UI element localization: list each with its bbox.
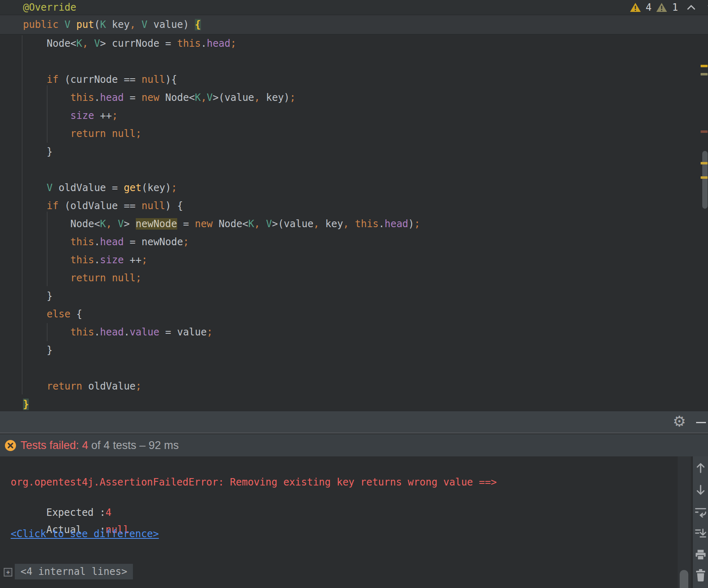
console-scrollbar-track[interactable] [678,456,691,588]
code-line[interactable]: } [0,143,697,161]
ide-window: @Override 4 1 [0,0,708,588]
actual-line: Actual :null [11,510,129,523]
editor-line-annotation[interactable]: @Override 4 1 [0,0,708,15]
code-line[interactable]: this.size ++; [0,251,697,269]
code-line[interactable]: } [0,287,697,305]
code-line[interactable] [0,161,697,179]
assertion-error-line[interactable]: org.opentest4j.AssertionFailedError: Rem… [11,476,497,489]
chevron-up-icon[interactable] [685,4,697,11]
code-line[interactable] [0,359,697,377]
code-line[interactable]: if (currNode == null){ [0,71,697,89]
inspection-widget[interactable]: 4 1 [630,0,708,15]
chevron-down-icon[interactable] [706,4,708,11]
test-status-bar: Tests failed: 4 of 4 tests – 92 ms [0,434,708,456]
editor-scrollbar-thumb[interactable] [702,151,708,209]
arrow-down-icon[interactable] [695,484,706,496]
minimize-icon[interactable] [696,422,706,423]
console-toolbar [692,456,708,588]
stripe-weak-warning-mark[interactable] [701,73,708,75]
settings-gear-icon[interactable]: ⚙ [673,413,686,430]
folded-internal-lines[interactable]: <4 internal lines> [15,564,133,579]
code-line[interactable]: return null; [0,269,697,287]
warning-count[interactable]: 4 [646,2,651,13]
code-line[interactable]: return oldValue; [0,377,697,395]
method-signature-text: public V put(K key, V value) { [23,15,201,34]
expand-fold-icon[interactable]: + [4,568,12,577]
test-panel-toolbar: ⚙ [0,411,708,433]
trash-icon[interactable] [695,570,706,581]
soft-wrap-icon[interactable] [695,506,706,518]
test-status-text: Tests failed: 4 of 4 tests – 92 ms [21,434,179,456]
tests-failed-label: Tests failed: 4 [21,439,88,451]
code-line[interactable]: this.head = new Node<K,V>(value, key); [0,89,697,107]
scroll-to-end-icon[interactable] [695,528,706,539]
code-line[interactable]: this.head.value = value; [0,323,697,341]
stripe-warning-mark[interactable] [701,176,708,179]
stripe-warning-mark[interactable] [701,162,708,164]
code-line[interactable]: } [0,341,697,359]
code-line[interactable] [0,52,697,71]
code-editor[interactable]: @Override 4 1 [0,0,708,411]
console-scrollbar-thumb[interactable] [680,570,688,588]
indent-guide [47,323,48,341]
code-line[interactable]: else { [0,305,697,323]
code-line[interactable]: if (oldValue == null) { [0,197,697,215]
weak-warning-triangle-icon[interactable] [656,3,667,12]
tests-failed-icon [5,440,16,451]
stripe-mark[interactable] [701,130,708,133]
see-difference-link[interactable]: <Click to see difference> [11,527,159,540]
sticky-method-signature-line[interactable]: public V put(K key, V value) { [0,15,708,34]
indent-guide [47,212,48,286]
code-line[interactable]: this.head = newNode; [0,233,697,251]
indent-guide [22,35,23,394]
warning-triangle-icon[interactable] [630,3,641,12]
annotation-line-text: @Override [23,0,76,15]
code-line[interactable]: size ++; [0,107,697,125]
stack-trace-line[interactable]: at edu.caltech.cs2.datastructures.IDicti… [34,581,663,588]
arrow-up-icon[interactable] [695,462,706,474]
tests-summary: of 4 tests – 92 ms [88,439,179,451]
test-console[interactable]: org.opentest4j.AssertionFailedError: Rem… [0,456,708,588]
stripe-warning-mark[interactable] [701,65,708,67]
indent-guide [47,85,48,143]
code-line[interactable]: Node<K, V> newNode = new Node<K, V>(valu… [0,215,697,233]
code-line[interactable]: return null; [0,125,697,143]
weak-warning-count[interactable]: 1 [672,2,678,13]
code-line[interactable]: V oldValue = get(key); [0,179,697,197]
code-line[interactable]: Node<K, V> currNode = this.head; [0,34,697,52]
expected-line: Expected :4 [11,493,112,506]
code-line[interactable]: } [0,395,697,413]
print-icon[interactable] [695,549,706,561]
editor-code-body[interactable]: Node<K, V> currNode = this.head; if (cur… [0,34,697,413]
